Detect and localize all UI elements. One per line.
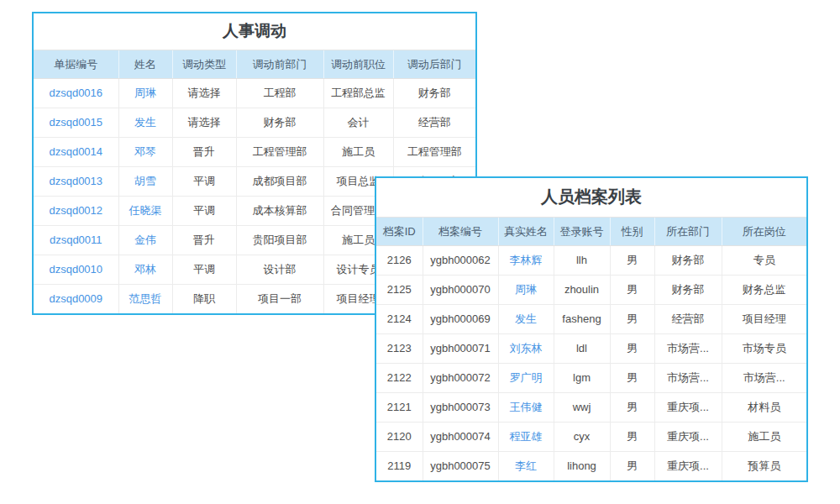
record-link[interactable]: 周琳 bbox=[515, 283, 537, 296]
table-row: 2121ygbh000073王伟健wwj男重庆项...材料员 bbox=[376, 393, 806, 423]
record-link[interactable]: dzsqd0015 bbox=[49, 116, 102, 129]
table-row: dzsqd0015发生请选择财务部会计经营部 bbox=[34, 108, 475, 138]
table-cell: ygbh000072 bbox=[423, 364, 498, 393]
table-cell: dzsqd0012 bbox=[34, 197, 118, 226]
column-header: 调动类型 bbox=[172, 50, 236, 79]
table-row: 2125ygbh000070周琳zhoulin男财务部财务总监 bbox=[376, 276, 806, 305]
table-cell: 经营部 bbox=[393, 108, 475, 138]
table-cell: dzsqd0010 bbox=[34, 255, 118, 285]
table-cell: 施工员 bbox=[323, 138, 393, 167]
record-link[interactable]: 邓琴 bbox=[134, 145, 156, 158]
table-cell: ygbh000071 bbox=[423, 334, 498, 364]
panel-title-archives: 人员档案列表 bbox=[376, 178, 806, 218]
table-cell: 男 bbox=[610, 276, 654, 305]
table-cell: fasheng bbox=[554, 305, 610, 334]
table-cell: 工程管理部 bbox=[236, 138, 323, 167]
table-cell: 专员 bbox=[722, 246, 806, 276]
table-cell: 男 bbox=[610, 393, 654, 423]
table-cell: ygbh000075 bbox=[423, 452, 498, 481]
record-link[interactable]: 胡雪 bbox=[134, 175, 156, 187]
table-cell: 市场营... bbox=[722, 364, 806, 393]
column-header: 登录账号 bbox=[554, 218, 610, 246]
table-row: 2119ygbh000075李红lihong男重庆项...预算员 bbox=[376, 452, 806, 481]
column-header: 所在部门 bbox=[654, 218, 722, 246]
record-link[interactable]: 金伟 bbox=[134, 234, 156, 246]
table-cell: 李红 bbox=[498, 452, 554, 481]
table-cell: 发生 bbox=[118, 108, 172, 138]
table-cell: 2120 bbox=[376, 423, 423, 452]
record-link[interactable]: dzsqd0009 bbox=[49, 292, 102, 305]
record-link[interactable]: dzsqd0013 bbox=[49, 175, 102, 187]
table-cell: 男 bbox=[610, 452, 654, 481]
record-link[interactable]: 邓林 bbox=[134, 263, 156, 276]
record-link[interactable]: dzsqd0012 bbox=[49, 204, 102, 217]
archives-table-body: 2126ygbh000062李林辉llh男财务部专员2125ygbh000070… bbox=[376, 246, 806, 481]
table-cell: 施工员 bbox=[722, 423, 806, 452]
record-link[interactable]: 发生 bbox=[515, 312, 537, 325]
table-cell: 重庆项... bbox=[654, 452, 722, 481]
table-cell: 男 bbox=[610, 423, 654, 452]
record-link[interactable]: 罗广明 bbox=[510, 371, 543, 384]
panel-title-transfers: 人事调动 bbox=[34, 13, 475, 50]
record-link[interactable]: 周琳 bbox=[134, 87, 156, 99]
column-header: 调动前部门 bbox=[236, 50, 323, 79]
record-link[interactable]: 范思哲 bbox=[129, 292, 162, 305]
record-link[interactable]: 李林辉 bbox=[510, 254, 543, 266]
table-cell: 罗广明 bbox=[498, 364, 554, 393]
record-link[interactable]: dzsqd0014 bbox=[49, 145, 102, 158]
table-cell: cyx bbox=[554, 423, 610, 452]
table-cell: ygbh000074 bbox=[423, 423, 498, 452]
table-cell: 项目一部 bbox=[236, 285, 323, 314]
table-cell: 重庆项... bbox=[654, 423, 722, 452]
table-cell: 男 bbox=[610, 305, 654, 334]
record-link[interactable]: 发生 bbox=[134, 116, 156, 129]
table-cell: 财务部 bbox=[654, 246, 722, 276]
table-cell: 男 bbox=[610, 334, 654, 364]
table-cell: dzsqd0009 bbox=[34, 285, 118, 314]
table-cell: lihong bbox=[554, 452, 610, 481]
table-cell: 市场营... bbox=[654, 364, 722, 393]
record-link[interactable]: 刘东林 bbox=[510, 342, 543, 354]
table-cell: wwj bbox=[554, 393, 610, 423]
table-cell: 周琳 bbox=[498, 276, 554, 305]
column-header: 调动前职位 bbox=[323, 50, 393, 79]
table-cell: dzsqd0016 bbox=[34, 79, 118, 108]
table-cell: 2123 bbox=[376, 334, 423, 364]
table-cell: 晋升 bbox=[172, 226, 236, 255]
table-cell: 李林辉 bbox=[498, 246, 554, 276]
table-row: dzsqd0014邓琴晋升工程管理部施工员工程管理部 bbox=[34, 138, 475, 167]
table-cell: 请选择 bbox=[172, 108, 236, 138]
page-background: { "colors": { "border": "#2fb2e6", "head… bbox=[0, 0, 840, 504]
table-cell: ygbh000073 bbox=[423, 393, 498, 423]
record-link[interactable]: 任晓渠 bbox=[129, 204, 162, 217]
table-cell: ygbh000070 bbox=[423, 276, 498, 305]
table-cell: 请选择 bbox=[172, 79, 236, 108]
record-link[interactable]: 李红 bbox=[515, 459, 537, 472]
table-cell: ygbh000062 bbox=[423, 246, 498, 276]
column-header: 真实姓名 bbox=[498, 218, 554, 246]
table-cell: 刘东林 bbox=[498, 334, 554, 364]
table-row: 2122ygbh000072罗广明lgm男市场营...市场营... bbox=[376, 364, 806, 393]
table-cell: 平调 bbox=[172, 197, 236, 226]
table-cell: 预算员 bbox=[722, 452, 806, 481]
table-cell: 金伟 bbox=[118, 226, 172, 255]
table-cell: 2122 bbox=[376, 364, 423, 393]
table-cell: 2125 bbox=[376, 276, 423, 305]
record-link[interactable]: 王伟健 bbox=[510, 401, 543, 413]
record-link[interactable]: dzsqd0016 bbox=[49, 87, 102, 99]
table-cell: 平调 bbox=[172, 167, 236, 197]
record-link[interactable]: dzsqd0011 bbox=[50, 234, 102, 246]
table-cell: 王伟健 bbox=[498, 393, 554, 423]
table-cell: 邓琴 bbox=[118, 138, 172, 167]
record-link[interactable]: 程亚雄 bbox=[510, 430, 543, 443]
table-row: 2126ygbh000062李林辉llh男财务部专员 bbox=[376, 246, 806, 276]
table-cell: 项目经理 bbox=[722, 305, 806, 334]
table-cell: ygbh000069 bbox=[423, 305, 498, 334]
table-cell: 贵阳项目部 bbox=[236, 226, 323, 255]
table-cell: 财务部 bbox=[236, 108, 323, 138]
panel-personnel-archives: 人员档案列表 档案ID档案编号真实姓名登录账号性别所在部门所在岗位 2126yg… bbox=[375, 176, 808, 482]
table-cell: 范思哲 bbox=[118, 285, 172, 314]
header-row: 档案ID档案编号真实姓名登录账号性别所在部门所在岗位 bbox=[376, 218, 806, 246]
table-cell: 工程部 bbox=[236, 79, 323, 108]
record-link[interactable]: dzsqd0010 bbox=[49, 263, 102, 276]
